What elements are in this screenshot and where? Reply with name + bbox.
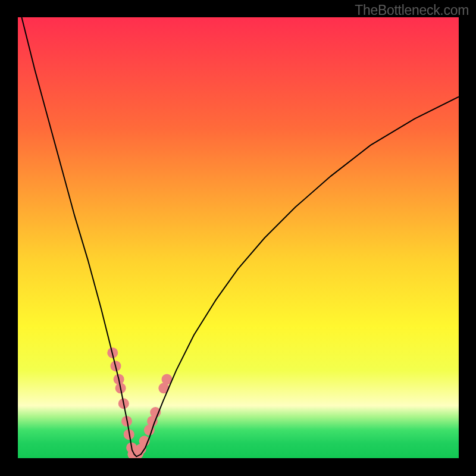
watermark-text: TheBottleneck.com [355, 2, 469, 18]
gradient-background [17, 17, 459, 459]
bottleneck-chart [17, 17, 459, 459]
chart-frame: TheBottleneck.com [0, 0, 476, 476]
data-dot [150, 407, 161, 418]
